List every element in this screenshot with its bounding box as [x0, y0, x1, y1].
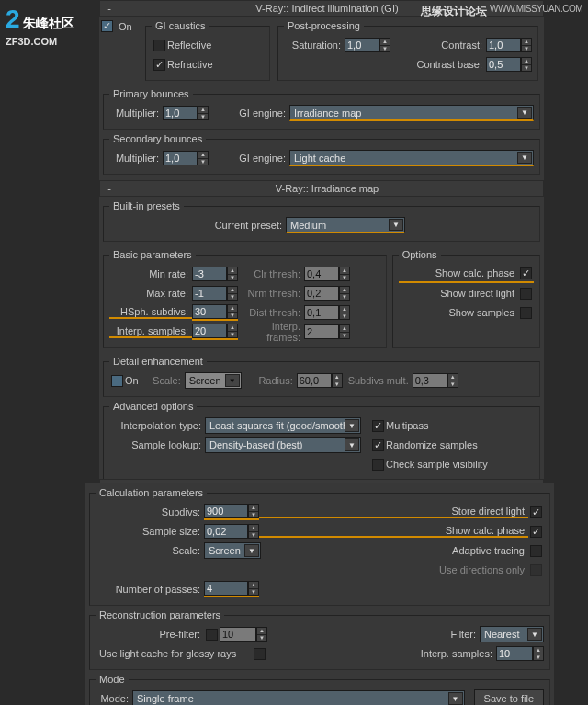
gi-on-row: On — [99, 20, 132, 32]
saturation-spinner[interactable]: ▲▼ — [345, 38, 390, 52]
showcalc-checkbox[interactable] — [520, 267, 532, 279]
clr-spinner[interactable]: ▲▼ — [304, 267, 350, 281]
chevron-down-icon: ▼ — [527, 628, 542, 641]
maxrate-spinner[interactable]: ▲▼ — [192, 286, 238, 301]
contrast-base-spinner[interactable]: ▲▼ — [486, 57, 532, 72]
glossy-checkbox[interactable] — [254, 648, 266, 660]
calc-subdivs-spinner[interactable]: ▲▼ — [204, 504, 259, 520]
filter-label: Filter: — [267, 629, 480, 640]
chevron-down-icon: ▼ — [244, 544, 259, 557]
minrate-label: Min rate: — [109, 268, 192, 279]
calc-params-group: Calculation parameters Subdivs: ▲▼ Store… — [89, 487, 550, 606]
rollout-irr-title: V-Ray:: Irradiance map — [115, 183, 539, 194]
secondary-bounces-group: Secondary bounces Multiplier: ▲▼ GI engi… — [103, 133, 540, 175]
prefilter-label: Pre-filter: — [96, 629, 204, 640]
save-to-file-button[interactable]: Save to file — [474, 689, 544, 705]
mode-group: Mode Mode: Single frame▼ Save to file — [89, 674, 550, 705]
itype-dropdown[interactable]: Least squares fit (good/smooth)▼ — [205, 417, 361, 434]
chevron-down-icon: ▼ — [517, 107, 532, 119]
showsamples-label: Show samples — [399, 307, 518, 318]
hsph-spinner[interactable]: ▲▼ — [192, 304, 238, 321]
basic-legend: Basic parameters — [109, 249, 196, 260]
reflective-label: Reflective — [167, 40, 211, 51]
options-group: Options Show calc. phase Show direct lig… — [392, 249, 540, 348]
primary-mult-label: Multiplier: — [109, 108, 163, 119]
secondary-engine-label: GI engine: — [209, 153, 289, 164]
secondary-engine-dropdown[interactable]: Light cache▼ — [289, 150, 534, 166]
checkvis-label: Check sample visibility — [386, 459, 488, 470]
ssize-label: Sample size: — [96, 526, 204, 537]
dist-spinner[interactable]: ▲▼ — [304, 305, 350, 320]
ssize-spinner[interactable]: ▲▼ — [204, 524, 259, 539]
gi-on-label: On — [119, 21, 132, 32]
primary-mult-spinner[interactable]: ▲▼ — [163, 106, 209, 120]
passes-label: Number of passes: — [96, 584, 204, 595]
iframes-label: Interp. frames: — [238, 321, 304, 343]
checkvis-checkbox[interactable] — [372, 459, 384, 471]
nrm-label: Nrm thresh: — [238, 288, 304, 299]
preset-label: Current preset: — [109, 220, 286, 231]
post-legend: Post-processing — [284, 20, 364, 31]
itype-label: Interpolation type: — [109, 420, 205, 431]
isamples-spinner[interactable]: ▲▼ — [496, 646, 544, 661]
prefilter-checkbox[interactable] — [206, 629, 218, 641]
detail-on-checkbox[interactable] — [111, 375, 123, 387]
calc-showcalc-checkbox[interactable] — [530, 526, 542, 538]
store-checkbox[interactable] — [530, 506, 542, 518]
mode-dropdown[interactable]: Single frame▼ — [132, 690, 465, 705]
builtin-presets-group: Built-in presets Current preset: Medium▼ — [103, 200, 540, 242]
primary-engine-label: GI engine: — [209, 108, 289, 119]
store-label: Store direct light — [259, 506, 528, 518]
contrast-base-label: Contrast base: — [284, 59, 486, 70]
reflective-checkbox[interactable] — [153, 40, 165, 51]
preset-dropdown[interactable]: Medium▼ — [286, 217, 405, 233]
collapse-icon: - — [104, 183, 115, 194]
prefilter-spinner[interactable]: ▲▼ — [220, 627, 267, 642]
refractive-label: Refractive — [167, 59, 213, 70]
isamples-label: Interp. samples: — [267, 648, 496, 659]
watermark-url: WWW.MISSYUAN.COM — [490, 4, 582, 14]
interp-spinner[interactable]: ▲▼ — [192, 324, 238, 340]
secondary-mult-spinner[interactable]: ▲▼ — [163, 151, 209, 165]
hsph-label: HSph. subdivs: — [109, 306, 192, 319]
primary-legend: Primary bounces — [109, 88, 193, 99]
glossy-label: Use light cache for glossy rays — [96, 648, 252, 659]
primary-engine-dropdown[interactable]: Irradiance map▼ — [289, 105, 534, 121]
dist-label: Dist thresh: — [238, 307, 304, 318]
minrate-spinner[interactable]: ▲▼ — [192, 267, 238, 281]
chevron-down-icon: ▼ — [345, 438, 359, 451]
showdirect-checkbox[interactable] — [520, 288, 532, 300]
calc-subdivs-label: Subdivs: — [96, 506, 204, 517]
chevron-down-icon: ▼ — [517, 152, 532, 164]
multipass-checkbox[interactable] — [372, 420, 384, 432]
advanced-group: Advanced options Interpolation type: Lea… — [103, 401, 540, 481]
adv-legend: Advanced options — [109, 401, 197, 412]
basic-params-group: Basic parameters Min rate: ▲▼ Clr thresh… — [103, 249, 387, 348]
clr-label: Clr thresh: — [238, 268, 304, 279]
randomize-checkbox[interactable] — [372, 439, 384, 451]
detail-subdivs-spinner[interactable]: ▲▼ — [413, 373, 458, 388]
detail-scale-dropdown[interactable]: Screen▼ — [185, 372, 242, 389]
chevron-down-icon: ▼ — [225, 374, 240, 387]
contrast-spinner[interactable]: ▲▼ — [486, 38, 532, 52]
iframes-spinner[interactable]: ▲▼ — [304, 324, 350, 339]
contrast-label: Contrast: — [390, 40, 486, 51]
slookup-dropdown[interactable]: Density-based (best)▼ — [205, 437, 361, 453]
collapse-icon: - — [104, 3, 115, 14]
randomize-label: Randomize samples — [386, 439, 478, 450]
multipass-label: Multipass — [386, 420, 428, 431]
detail-radius-spinner[interactable]: ▲▼ — [297, 373, 343, 388]
options-legend: Options — [399, 249, 441, 260]
refractive-checkbox[interactable] — [153, 59, 165, 71]
calc-scale-dropdown[interactable]: Screen▼ — [204, 542, 261, 559]
passes-spinner[interactable]: ▲▼ — [204, 581, 259, 597]
adaptive-checkbox[interactable] — [530, 545, 542, 557]
rollout-irr-header[interactable]: - V-Ray:: Irradiance map — [99, 180, 544, 197]
mode-legend: Mode — [96, 674, 129, 685]
showsamples-checkbox[interactable] — [520, 307, 532, 319]
filter-dropdown[interactable]: Nearest▼ — [480, 626, 544, 642]
nrm-spinner[interactable]: ▲▼ — [304, 286, 350, 301]
secondary-mult-label: Multiplier: — [109, 153, 163, 164]
gi-on-checkbox[interactable] — [101, 20, 113, 32]
recon-legend: Reconstruction parameters — [96, 609, 224, 620]
